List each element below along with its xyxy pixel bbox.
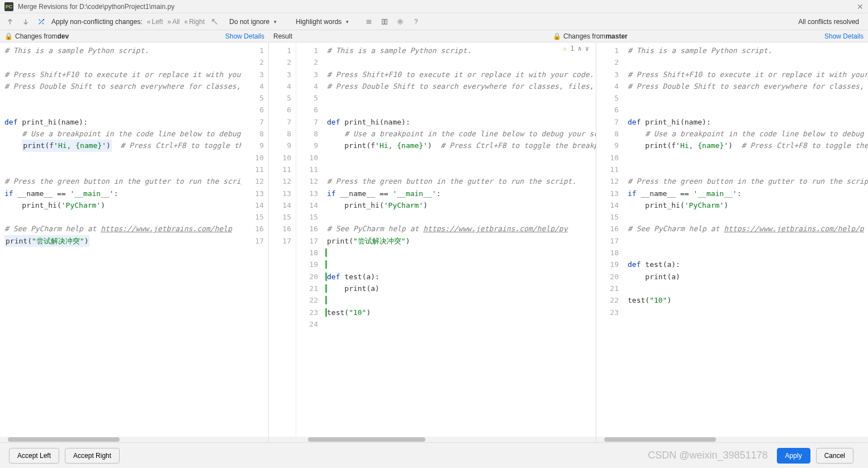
result-gutter-right: 1 2 3 4 5 6 7 8 9 10 11 12 13 14 15 16 1… xyxy=(296,42,322,437)
pane-headers: 🔒 Changes from dev Show Details Result 🔒… xyxy=(0,30,868,42)
toolbar: Apply non-conflicting changes: « Left » … xyxy=(0,13,868,30)
result-label: Result xyxy=(273,32,292,40)
warning-icon: ⚠ xyxy=(563,45,567,52)
window-title: Merge Revisions for D:\code\pythonProjec… xyxy=(18,3,857,11)
right-hscroll[interactable] xyxy=(596,437,868,442)
apply-right-link[interactable]: « Right xyxy=(184,18,205,26)
right-code[interactable]: # This is a sample Python script. # Pres… xyxy=(623,42,868,437)
right-header-prefix: Changes from xyxy=(563,32,605,40)
prev-warning-icon[interactable]: ∧ xyxy=(578,45,582,52)
diff-panes: # This is a sample Python script. # Pres… xyxy=(0,42,868,442)
right-gutter: 1 2 3 4 5 6 7 8 9 10 11 12 13 14 15 16 1… xyxy=(596,42,623,437)
ignore-dropdown-label: Do not ignore xyxy=(229,18,269,26)
highlight-dropdown-label: Highlight words xyxy=(296,18,341,26)
result-hscroll[interactable] xyxy=(269,437,596,442)
left-hscroll[interactable] xyxy=(0,437,268,442)
watermark: CSDN @weixin_39851178 xyxy=(648,450,767,461)
apply-nonconflict-label: Apply non-conflicting changes: xyxy=(51,18,143,26)
result-pane: ⚠ 1 ∧ ∨ 1 2 3 4 5 6 7 8 9 10 11 12 13 14… xyxy=(269,42,596,442)
left-code[interactable]: # This is a sample Python script. # Pres… xyxy=(0,42,241,437)
highlight-dropdown[interactable]: Highlight words xyxy=(291,16,359,28)
right-branch: master xyxy=(605,32,627,40)
accept-left-button[interactable]: Accept Left xyxy=(9,448,59,464)
sync-scroll-icon[interactable] xyxy=(379,16,390,27)
apply-button[interactable]: Apply xyxy=(777,448,810,464)
apply-all-link[interactable]: » All xyxy=(167,18,179,26)
ignore-dropdown[interactable]: Do not ignore xyxy=(225,16,287,28)
svg-rect-1 xyxy=(385,19,387,24)
svg-rect-0 xyxy=(382,19,385,24)
apply-all-text: All xyxy=(172,18,179,26)
right-pane: 1 2 3 4 5 6 7 8 9 10 11 12 13 14 15 16 1… xyxy=(596,42,868,442)
left-code-area[interactable]: # This is a sample Python script. # Pres… xyxy=(0,42,268,437)
left-header-prefix: Changes from xyxy=(15,32,57,40)
footer: Accept Left Accept Right CSDN @weixin_39… xyxy=(0,442,868,468)
inspection-bar[interactable]: ⚠ 1 ∧ ∨ xyxy=(563,45,589,52)
revert-icon[interactable] xyxy=(209,16,220,27)
apply-right-text: Right xyxy=(189,18,205,26)
left-gutter: 1 2 3 4 5 6 7 8 9 10 11 12 13 14 15 16 1… xyxy=(241,42,268,437)
app-icon: PC xyxy=(4,2,13,11)
result-code-area[interactable]: ⚠ 1 ∧ ∨ 1 2 3 4 5 6 7 8 9 10 11 12 13 14… xyxy=(269,42,596,437)
warning-count: 1 xyxy=(570,45,574,52)
collapse-icon[interactable] xyxy=(363,16,374,27)
next-warning-icon[interactable]: ∨ xyxy=(585,45,589,52)
result-code[interactable]: # This is a sample Python script. # Pres… xyxy=(322,42,596,437)
apply-left-text: Left xyxy=(151,18,163,26)
right-header: 🔒 Changes from master Show Details xyxy=(548,30,868,42)
conflicts-status: All conflicts resolved xyxy=(798,18,859,26)
apply-left-link[interactable]: « Left xyxy=(147,18,163,26)
help-icon[interactable]: ? xyxy=(410,16,421,27)
scrollbar-thumb[interactable] xyxy=(308,437,425,442)
scrollbar-thumb[interactable] xyxy=(8,437,120,442)
lock-icon: 🔒 xyxy=(4,32,13,40)
left-header: 🔒 Changes from dev Show Details xyxy=(0,30,269,42)
result-header: Result xyxy=(269,30,548,42)
prev-diff-icon[interactable] xyxy=(4,16,16,27)
next-diff-icon[interactable] xyxy=(20,16,31,27)
left-branch: dev xyxy=(57,32,69,40)
result-gutter-left: 1 2 3 4 5 6 7 8 9 10 11 12 13 14 15 16 1… xyxy=(269,42,296,437)
titlebar: PC Merge Revisions for D:\code\pythonPro… xyxy=(0,0,868,13)
left-pane: # This is a sample Python script. # Pres… xyxy=(0,42,269,442)
magic-resolve-icon[interactable] xyxy=(36,16,47,27)
right-show-details[interactable]: Show Details xyxy=(824,32,864,40)
close-icon[interactable]: ✕ xyxy=(857,2,864,11)
right-code-area[interactable]: 1 2 3 4 5 6 7 8 9 10 11 12 13 14 15 16 1… xyxy=(596,42,868,437)
accept-right-button[interactable]: Accept Right xyxy=(65,448,120,464)
left-show-details[interactable]: Show Details xyxy=(225,32,264,40)
svg-point-2 xyxy=(400,21,402,23)
settings-icon[interactable] xyxy=(395,16,406,27)
scrollbar-thumb[interactable] xyxy=(604,437,716,442)
lock-icon: 🔒 xyxy=(553,32,561,40)
cancel-button[interactable]: Cancel xyxy=(816,448,853,464)
